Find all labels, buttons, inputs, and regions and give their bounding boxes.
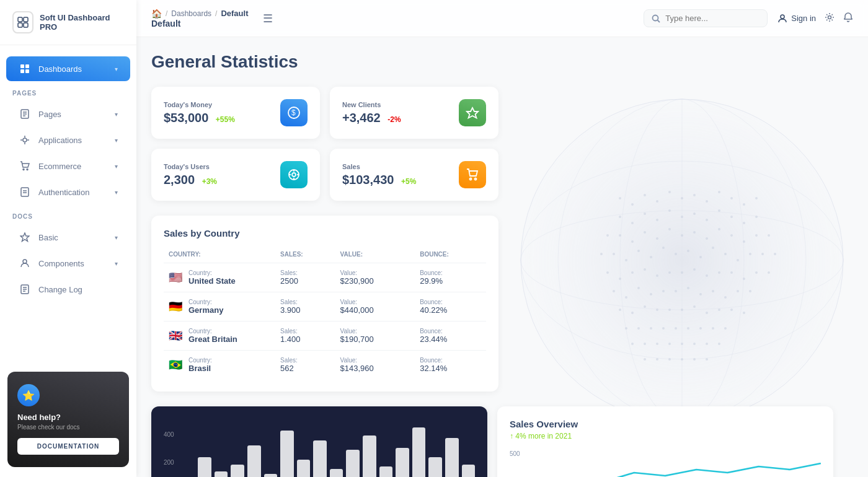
chevron-icon: ▾: [115, 189, 118, 196]
sales-col-label: Sales:: [280, 269, 330, 276]
country-sales: 1.400: [280, 335, 301, 344]
y-label-400: 400: [164, 431, 174, 438]
col-header-sales: Sales:: [275, 248, 335, 263]
country-value: $230,900: [340, 276, 374, 286]
signin-button[interactable]: Sign in: [777, 14, 816, 24]
bottom-row: 400 200 0 Sales Overview ↑ 4% more in 20…: [151, 406, 833, 477]
basic-icon: [19, 231, 31, 243]
sidebar-item-dashboards[interactable]: Dashboards ▾: [6, 56, 130, 81]
y-label-200: 200: [164, 459, 174, 466]
sidebar-item-changelog[interactable]: Change Log: [6, 277, 130, 302]
bar: [215, 471, 228, 477]
bar: [346, 450, 360, 477]
bell-icon: [843, 12, 853, 22]
documentation-button[interactable]: DOCUMENTATION: [17, 438, 119, 455]
svg-rect-2: [18, 23, 22, 27]
country-flag: 🇬🇧: [169, 329, 182, 343]
sidebar-item-label-dashboards: Dashboards: [38, 64, 82, 74]
svg-rect-4: [20, 64, 24, 68]
svg-rect-0: [18, 17, 22, 22]
stat-label-sales: Sales: [342, 163, 416, 170]
country-name: Germany: [188, 305, 223, 315]
svg-point-28: [653, 15, 658, 20]
bar: [396, 448, 409, 478]
bar: [412, 427, 426, 477]
home-icon: 🏠: [151, 9, 162, 19]
bounce-col-label: Bounce:: [420, 269, 481, 276]
hamburger-button[interactable]: ☰: [263, 12, 273, 25]
breadcrumb-sep1: /: [166, 9, 167, 18]
stat-icon-clients: [459, 99, 486, 126]
sidebar-item-components[interactable]: Components ▾: [6, 251, 130, 276]
col-header-country: Country:: [164, 248, 275, 263]
nav-section-docs: DOCS: [0, 206, 136, 224]
logo-icon: [12, 11, 33, 33]
stat-badge-users: +3%: [202, 177, 217, 186]
page-subtitle-label: Default: [151, 19, 248, 28]
chevron-icon: ▾: [115, 137, 118, 144]
search-icon: [652, 14, 660, 23]
help-star-icon: ⭐: [17, 384, 40, 406]
sidebar-navigation: Dashboards ▾ PAGES Pages ▾ Applications …: [0, 45, 136, 362]
sales-overview-card: Sales Overview ↑ 4% more in 2021 500 400: [497, 406, 833, 477]
value-col-label: Value:: [340, 328, 410, 335]
stat-value-clients: +3,462 -2%: [342, 111, 401, 125]
svg-point-23: [23, 260, 27, 263]
page-title: General Statistics: [151, 52, 853, 72]
bar: [330, 469, 343, 477]
bar: [297, 460, 311, 477]
bar: [231, 465, 244, 477]
topbar: 🏠 / Dashboards / Default Default ☰ Sign …: [136, 0, 868, 37]
sidebar-item-pages[interactable]: Pages ▾: [6, 102, 130, 126]
country-flag: 🇧🇷: [169, 358, 182, 372]
authentication-icon: [19, 186, 31, 198]
breadcrumb: 🏠 / Dashboards / Default: [151, 9, 248, 19]
topbar-actions: Sign in: [777, 12, 853, 25]
stat-label-clients: New Clients: [342, 101, 401, 108]
sidebar-item-applications[interactable]: Applications ▾: [6, 128, 130, 152]
stat-label-users: Today's Users: [164, 163, 217, 170]
search-box[interactable]: [644, 9, 768, 27]
sales-col-label: Sales:: [280, 299, 330, 305]
dashboard-icon: [19, 63, 31, 75]
country-value: $190,700: [340, 335, 374, 344]
svg-text:$: $: [291, 108, 296, 117]
signin-label: Sign in: [791, 14, 816, 23]
settings-button[interactable]: [825, 12, 835, 25]
line-chart-area: 500 400: [510, 448, 821, 477]
chevron-icon: ▾: [115, 66, 118, 72]
country-bounce: 29.9%: [420, 276, 443, 286]
notifications-button[interactable]: [843, 12, 853, 25]
applications-icon: [19, 134, 31, 146]
components-icon: [19, 257, 31, 269]
stat-icon-users: [280, 161, 308, 188]
bar: [379, 466, 393, 477]
svg-rect-7: [25, 69, 29, 73]
sidebar-item-authentication[interactable]: Authentication ▾: [6, 180, 130, 204]
breadcrumb-wrap: 🏠 / Dashboards / Default Default: [151, 9, 248, 28]
sidebar-item-ecommerce[interactable]: Ecommerce ▾: [6, 154, 130, 178]
sidebar-item-label-pages: Pages: [38, 110, 61, 119]
logo-text: Soft UI Dashboard PRO: [40, 13, 124, 32]
country-value: $143,960: [340, 364, 374, 373]
svg-rect-1: [24, 17, 28, 22]
value-col-label: Value:: [340, 357, 410, 364]
stat-badge-sales: +5%: [401, 177, 416, 186]
stat-card-clients: New Clients +3,462 -2%: [330, 87, 498, 139]
sidebar-logo: Soft UI Dashboard PRO: [0, 0, 136, 45]
country-col-label: Country:: [188, 357, 212, 364]
sidebar-item-label-changelog: Change Log: [38, 285, 82, 294]
sidebar-item-basic[interactable]: Basic ▾: [6, 225, 130, 250]
country-name: United State: [188, 276, 236, 286]
breadcrumb-current: Default: [221, 9, 248, 18]
overview-title: Sales Overview: [510, 419, 821, 429]
country-flag: 🇺🇸: [169, 271, 182, 284]
svg-point-18: [27, 169, 28, 170]
content-area: General Statistics Today's Money $53,000…: [136, 37, 868, 477]
search-input[interactable]: [665, 14, 752, 23]
settings-icon: [825, 12, 835, 22]
main-area: 🏠 / Dashboards / Default Default ☰ Sign …: [136, 0, 868, 477]
overview-subtitle: ↑ 4% more in 2021: [510, 432, 821, 440]
chevron-icon: ▾: [115, 163, 118, 170]
bar: [462, 465, 476, 477]
